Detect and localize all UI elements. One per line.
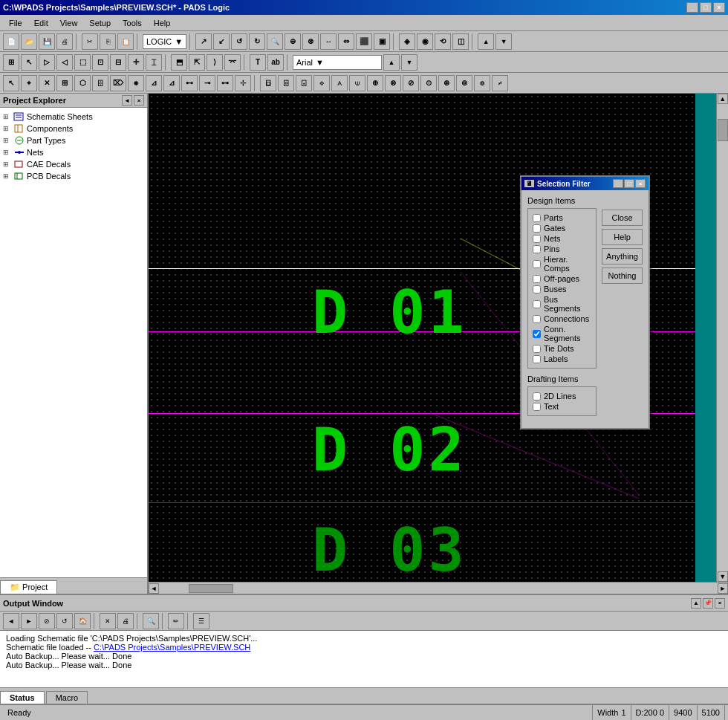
ow-edit-button[interactable]: ✏ <box>168 613 184 629</box>
tb3-btn4[interactable]: ⊞ <box>56 75 73 91</box>
tb2-btn12[interactable]: ⟩ <box>207 54 223 71</box>
btn-g[interactable]: ↔ <box>320 33 337 50</box>
tb3-btn19[interactable]: ⟑ <box>331 75 348 91</box>
checkbox-tie-dots[interactable] <box>533 345 541 353</box>
menu-view[interactable]: View <box>54 17 84 29</box>
tb3-btn28[interactable]: ⌿ <box>492 75 508 91</box>
tb3-btn3[interactable]: ✕ <box>39 75 55 91</box>
font-dropdown[interactable]: Arial ▼ <box>293 55 382 70</box>
ow-refresh-button[interactable]: ↺ <box>56 613 73 629</box>
tb2-btn10[interactable]: ⬒ <box>171 54 187 71</box>
checkbox-parts[interactable] <box>533 214 541 222</box>
hscroll-thumb[interactable] <box>189 584 233 593</box>
checkbox-gates[interactable] <box>533 224 541 233</box>
tb2-btn15[interactable]: ab <box>267 54 284 71</box>
nothing-button[interactable]: Nothing <box>602 267 643 284</box>
tb3-btn26[interactable]: ⊚ <box>456 75 472 91</box>
tb3-btn9[interactable]: ⊿ <box>146 75 162 91</box>
vscroll-thumb[interactable] <box>718 119 728 141</box>
nav-up2-button[interactable]: ▲ <box>383 54 400 71</box>
btn-c[interactable]: ↺ <box>231 33 247 50</box>
pe-tab-project[interactable]: 📁 Project <box>0 580 57 594</box>
schematic-canvas[interactable]: D 01 D 02 D 03 <box>149 94 716 582</box>
btn-m[interactable]: ⟲ <box>435 33 451 50</box>
btn-j[interactable]: ▣ <box>374 33 390 50</box>
close-button[interactable]: × <box>713 2 725 13</box>
tb2-btn5[interactable]: ⬚ <box>74 54 91 71</box>
help-button[interactable]: Help <box>602 229 643 245</box>
ow-collapse-button[interactable]: ▲ <box>691 598 701 609</box>
btn-b[interactable]: ↙ <box>213 33 230 50</box>
print-button[interactable]: 🖨 <box>56 33 73 50</box>
tb3-btn5[interactable]: ⬡ <box>74 75 91 91</box>
tb2-btn3[interactable]: ▷ <box>39 54 55 71</box>
hscroll-track[interactable] <box>159 583 718 594</box>
nav-up-button[interactable]: ▲ <box>478 33 494 50</box>
tb2-btn1[interactable]: ⊞ <box>3 54 19 71</box>
tree-item-pcb-decals[interactable]: ⊞ PCB Decals <box>3 170 144 182</box>
btn-h[interactable]: ⇔ <box>338 33 354 50</box>
tb2-btn2[interactable]: ↖ <box>21 54 37 71</box>
tb2-btn13[interactable]: ⌤ <box>224 54 241 71</box>
ow-tab-status[interactable]: Status <box>0 691 45 704</box>
tb3-btn20[interactable]: ⟒ <box>349 75 365 91</box>
cut-button[interactable]: ✂ <box>82 33 98 50</box>
tb2-btn6[interactable]: ⊡ <box>92 54 108 71</box>
pe-collapse-button[interactable]: ◄ <box>122 95 132 106</box>
btn-a[interactable]: ↗ <box>195 33 212 50</box>
tb2-btn8[interactable]: ✛ <box>128 54 144 71</box>
tree-item-cae-decals[interactable]: ⊞ CAE Decals <box>3 158 144 170</box>
nav-down2-button[interactable]: ▼ <box>401 54 417 71</box>
close-button[interactable]: Close <box>602 210 643 226</box>
checkbox-buses[interactable] <box>533 285 541 293</box>
ow-search-button[interactable]: 🔍 <box>143 613 159 629</box>
tb3-btn24[interactable]: ⊙ <box>420 75 437 91</box>
checkbox-labels[interactable] <box>533 355 541 363</box>
tb3-btn6[interactable]: ⌹ <box>92 75 108 91</box>
ow-forward-button[interactable]: ► <box>21 613 37 629</box>
tree-item-components[interactable]: ⊞ Components <box>3 123 144 134</box>
tree-item-nets[interactable]: ⊞ Nets <box>3 146 144 158</box>
vscroll-track[interactable] <box>718 104 728 571</box>
anything-button[interactable]: Anything <box>602 248 643 265</box>
ow-home-button[interactable]: 🏠 <box>74 613 91 629</box>
tb3-btn25[interactable]: ⊛ <box>438 75 455 91</box>
checkbox-connections[interactable] <box>533 315 541 323</box>
btn-d[interactable]: ↻ <box>249 33 265 50</box>
ow-close-button[interactable]: × <box>715 598 725 609</box>
checkbox-bus-segments[interactable] <box>533 300 541 308</box>
tb3-btn10[interactable]: ⊿ <box>163 75 180 91</box>
tb3-btn8[interactable]: ⎈ <box>128 75 144 91</box>
btn-f[interactable]: ⊗ <box>302 33 319 50</box>
tb2-btn9[interactable]: ⌶ <box>146 54 162 71</box>
btn-k[interactable]: ◈ <box>399 33 415 50</box>
paste-button[interactable]: 📋 <box>117 33 134 50</box>
new-button[interactable]: 📄 <box>3 33 19 50</box>
checkbox-pins[interactable] <box>533 245 541 253</box>
ow-back-button[interactable]: ◄ <box>3 613 19 629</box>
horizontal-scrollbar[interactable]: ◄ ► <box>149 582 728 594</box>
checkbox-nets[interactable] <box>533 235 541 243</box>
tb3-btn12[interactable]: ⊸ <box>199 75 215 91</box>
sf-maximize-button[interactable]: □ <box>624 179 634 188</box>
checkbox-conn-segments[interactable] <box>533 330 541 338</box>
ow-tab-macro[interactable]: Macro <box>46 691 88 704</box>
zoom-in-button[interactable]: 🔍 <box>267 33 283 50</box>
checkbox-off-pages[interactable] <box>533 275 541 283</box>
btn-n[interactable]: ◫ <box>452 33 469 50</box>
tb3-btn2[interactable]: ⌖ <box>21 75 37 91</box>
btn-l[interactable]: ◉ <box>417 33 433 50</box>
hscroll-left-button[interactable]: ◄ <box>149 583 159 594</box>
ow-delete-button[interactable]: ✕ <box>100 613 116 629</box>
ow-list-button[interactable]: ☰ <box>193 613 209 629</box>
btn-e[interactable]: ⊕ <box>285 33 301 50</box>
ow-stop-button[interactable]: ⊘ <box>39 613 55 629</box>
nav-down-button[interactable]: ▼ <box>495 33 512 50</box>
open-button[interactable]: 📂 <box>21 33 37 50</box>
sf-close-button[interactable]: × <box>635 179 646 188</box>
tb3-btn13[interactable]: ⊶ <box>217 75 233 91</box>
tb2-btn4[interactable]: ◁ <box>56 54 73 71</box>
menu-file[interactable]: File <box>3 17 28 29</box>
tree-item-part-types[interactable]: ⊞ Part Types <box>3 134 144 146</box>
menu-edit[interactable]: Edit <box>28 17 54 29</box>
